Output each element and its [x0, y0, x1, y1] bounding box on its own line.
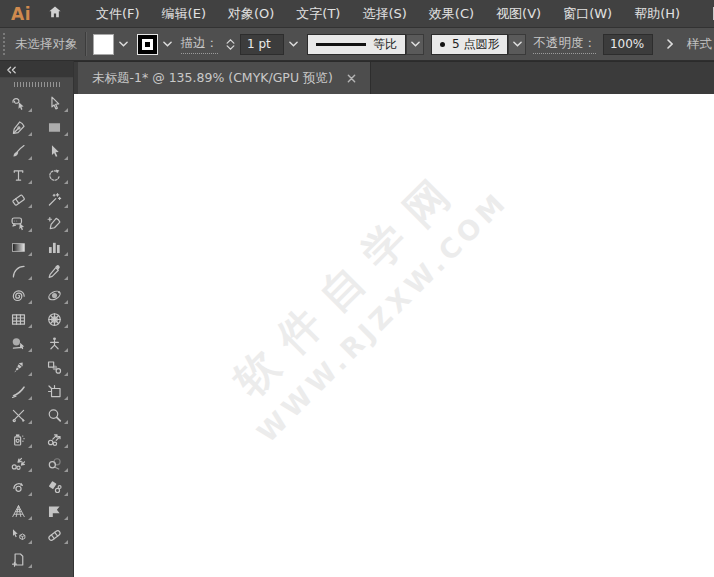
tool-symbol-spinner[interactable] [0, 475, 37, 499]
artboard-canvas[interactable]: 软件自学网 WWW.RJZXW.COM [74, 94, 714, 577]
tool-add-anchor-pen[interactable] [37, 211, 74, 235]
fill-color-dropdown[interactable] [117, 39, 130, 49]
stroke-color-swatch[interactable] [137, 34, 158, 55]
tool-lasso-selection[interactable] [0, 91, 37, 115]
workspace-switcher[interactable] [709, 4, 714, 23]
home-button[interactable] [43, 2, 67, 25]
illustrator-window: Ai 文件(F)编辑(E)对象(O)文字(T)选择(S)效果(C)视图(V)窗口… [0, 0, 714, 577]
symbol-sprayer-icon [10, 431, 27, 448]
bandage-icon [46, 527, 63, 544]
opacity-panel-link[interactable]: 不透明度： [533, 35, 596, 54]
brush-definition-dropdown[interactable] [508, 34, 526, 55]
grip-dots-icon [14, 82, 60, 87]
flag-icon [46, 503, 63, 520]
tool-slice[interactable] [37, 379, 74, 403]
stroke-panel-link[interactable]: 描边： [181, 35, 219, 54]
tool-scissors[interactable] [0, 403, 37, 427]
controlbar-separator [85, 32, 86, 56]
menubar-item-window[interactable]: 窗口(W) [552, 1, 623, 27]
menubar-item-type[interactable]: 文字(T) [285, 1, 351, 27]
stroke-weight-stepper[interactable] [225, 39, 236, 50]
tool-direct-selection[interactable] [37, 91, 74, 115]
tool-symbol-scruncher[interactable] [0, 451, 37, 475]
app-logo: Ai [8, 4, 34, 24]
stroke-color-dropdown[interactable] [161, 39, 174, 49]
selection-icon [46, 143, 63, 160]
tool-blend[interactable] [37, 355, 74, 379]
tool-type[interactable] [0, 163, 37, 187]
tool-symbol-sprayer[interactable] [0, 427, 37, 451]
rectangle-icon [46, 119, 63, 136]
stroke-weight-input[interactable]: 1 pt [240, 34, 284, 55]
shape-builder-icon [10, 335, 27, 352]
tool-speech-bubble-pointer[interactable] [0, 211, 37, 235]
scissors-icon [10, 407, 27, 424]
brush-definition-select[interactable]: 5 点圆形 [431, 34, 508, 55]
collapse-panel-button[interactable] [5, 61, 18, 78]
tool-panel-grip[interactable] [0, 78, 73, 91]
tab-close-button[interactable] [345, 69, 358, 88]
watermark-line1: 软件自学网 [208, 142, 489, 423]
menubar-item-help[interactable]: 帮助(H) [623, 1, 691, 27]
symbol-shifter-icon [46, 431, 63, 448]
menubar-item-select[interactable]: 选择(S) [351, 1, 417, 27]
type-icon [10, 167, 27, 184]
tool-twirl[interactable] [0, 355, 37, 379]
tool-symbol-orbit[interactable] [37, 283, 74, 307]
control-bar: 未选择对象 描边： 1 pt 等比 5 点圆形 [0, 28, 714, 61]
tool-eraser[interactable] [0, 187, 37, 211]
tool-perspective-selection[interactable] [0, 523, 37, 547]
tool-paintbrush[interactable] [0, 139, 37, 163]
menu-bar: Ai 文件(F)编辑(E)对象(O)文字(T)选择(S)效果(C)视图(V)窗口… [0, 0, 714, 28]
tool-gradient[interactable] [0, 235, 37, 259]
document-tab-title: 未标题-1* @ 135.89% (CMYK/GPU 预览) [92, 70, 333, 87]
rectangular-grid-icon [10, 311, 27, 328]
tool-symbol-stainer[interactable] [37, 475, 74, 499]
tool-arc[interactable] [0, 259, 37, 283]
tool-symbol-shifter[interactable] [37, 427, 74, 451]
style-label[interactable]: 样式 [687, 36, 712, 53]
tool-rotate[interactable] [37, 163, 74, 187]
width-profile-select[interactable]: 等比 [307, 34, 406, 55]
gradient-icon [10, 239, 27, 256]
tool-rectangle[interactable] [37, 115, 74, 139]
tool-eyedropper[interactable] [37, 259, 74, 283]
tool-knife[interactable] [0, 379, 37, 403]
polar-grid-icon [46, 311, 63, 328]
tool-bandage[interactable] [37, 523, 74, 547]
perspective-grid-icon [10, 503, 27, 520]
tool-graph[interactable] [37, 235, 74, 259]
speech-bubble-pointer-icon [10, 215, 27, 232]
fill-color-swatch[interactable] [93, 34, 114, 55]
menubar-item-file[interactable]: 文件(F) [85, 1, 151, 27]
menubar-item-edit[interactable]: 编辑(E) [151, 1, 217, 27]
menubar-item-view[interactable]: 视图(V) [485, 1, 552, 27]
menubar-item-effect[interactable]: 效果(C) [418, 1, 485, 27]
tool-symbol-screener[interactable] [37, 451, 74, 475]
document-tab[interactable]: 未标题-1* @ 135.89% (CMYK/GPU 预览) [78, 62, 371, 94]
tool-spiral[interactable] [0, 283, 37, 307]
tool-shape-builder[interactable] [0, 331, 37, 355]
tool-polar-grid[interactable] [37, 307, 74, 331]
tool-artboard[interactable] [0, 547, 37, 571]
blend-icon [46, 359, 63, 376]
tool-flag[interactable] [37, 499, 74, 523]
tool-magic-wand[interactable] [37, 187, 74, 211]
tool-perspective-grid[interactable] [0, 499, 37, 523]
slice-icon [46, 383, 63, 400]
stroke-weight-dropdown[interactable] [287, 39, 300, 49]
tool-rectangular-grid[interactable] [0, 307, 37, 331]
panel-grip-icon[interactable] [3, 33, 6, 55]
tool-zoom[interactable] [37, 403, 74, 427]
opacity-input[interactable]: 100% [603, 34, 653, 55]
tool-selection[interactable] [37, 139, 74, 163]
close-icon [347, 71, 356, 86]
tool-pen[interactable] [0, 115, 37, 139]
tools-grid [0, 91, 73, 577]
tool-puppet-warp[interactable] [37, 331, 74, 355]
menubar-item-object[interactable]: 对象(O) [217, 1, 285, 27]
opacity-expand-button[interactable] [660, 34, 680, 55]
width-profile-dropdown[interactable] [406, 34, 424, 55]
spiral-icon [10, 287, 27, 304]
knife-icon [10, 383, 27, 400]
